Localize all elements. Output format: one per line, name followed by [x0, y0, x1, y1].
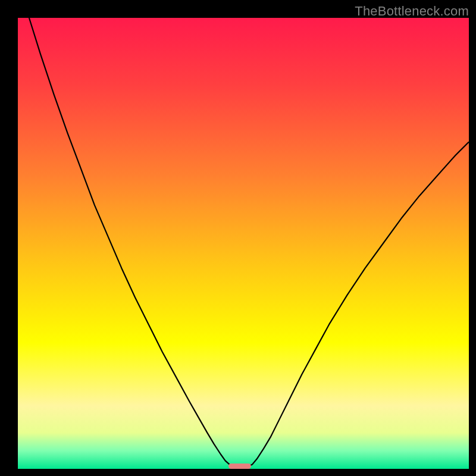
chart-container [0, 0, 476, 476]
watermark-text: TheBottleneck.com [355, 4, 469, 19]
chart-background-gradient [18, 18, 469, 469]
bottleneck-chart [0, 0, 476, 476]
optimal-marker [228, 464, 251, 469]
